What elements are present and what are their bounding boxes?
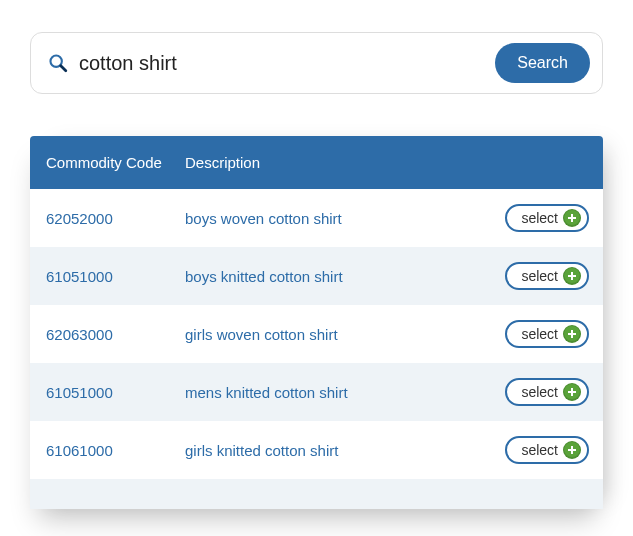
table-row: 61061000 girls knitted cotton shirt sele… [30,421,603,479]
commodity-code[interactable]: 62063000 [30,326,185,343]
svg-line-1 [61,66,66,71]
table-row [30,479,603,509]
plus-icon [564,326,580,342]
search-button[interactable]: Search [495,43,590,83]
select-label: select [521,326,558,342]
select-button[interactable]: select [505,204,589,232]
commodity-code[interactable]: 62052000 [30,210,185,227]
commodity-description: girls woven cotton shirt [185,326,495,343]
commodity-code[interactable]: 61061000 [30,442,185,459]
header-commodity-code: Commodity Code [30,154,185,171]
commodity-description: boys woven cotton shirt [185,210,495,227]
commodity-code[interactable]: 61051000 [30,384,185,401]
plus-icon [564,268,580,284]
plus-icon [564,210,580,226]
select-button[interactable]: select [505,320,589,348]
select-button[interactable]: select [505,262,589,290]
commodity-description: boys knitted cotton shirt [185,268,495,285]
select-button[interactable]: select [505,436,589,464]
table-row: 61051000 boys knitted cotton shirt selec… [30,247,603,305]
commodity-code[interactable]: 61051000 [30,268,185,285]
select-label: select [521,384,558,400]
table-row: 61051000 mens knitted cotton shirt selec… [30,363,603,421]
search-bar: Search [30,32,603,94]
select-label: select [521,268,558,284]
plus-icon [564,442,580,458]
table-row: 62052000 boys woven cotton shirt select [30,189,603,247]
table-header: Commodity Code Description [30,136,603,189]
plus-icon [564,384,580,400]
select-label: select [521,442,558,458]
header-action [495,154,603,171]
search-input[interactable] [79,52,485,75]
header-description: Description [185,154,495,171]
select-label: select [521,210,558,226]
commodity-description: mens knitted cotton shirt [185,384,495,401]
table-row: 62063000 girls woven cotton shirt select [30,305,603,363]
results-table: Commodity Code Description 62052000 boys… [30,136,603,509]
search-icon [47,52,69,74]
select-button[interactable]: select [505,378,589,406]
commodity-description: girls knitted cotton shirt [185,442,495,459]
